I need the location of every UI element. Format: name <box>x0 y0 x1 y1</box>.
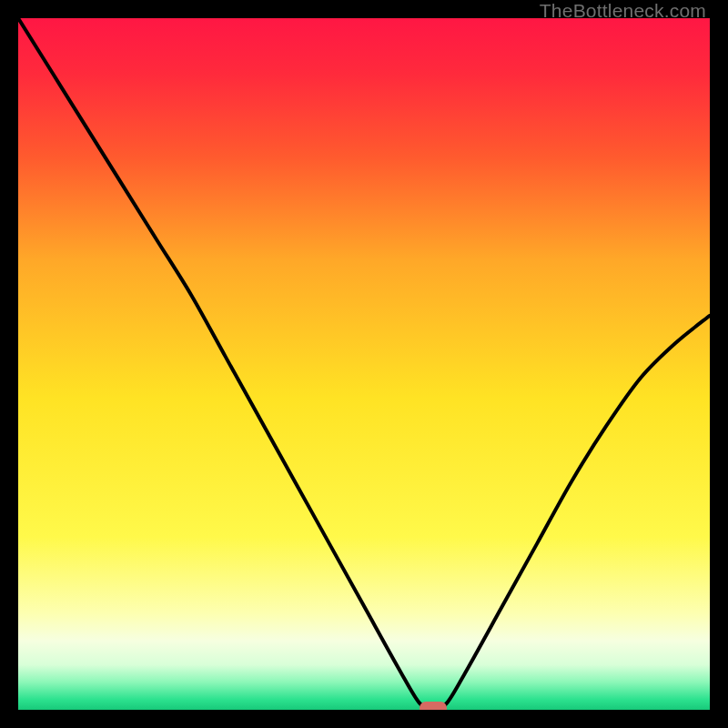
chart-plot-area <box>18 18 710 710</box>
watermark-text: TheBottleneck.com <box>540 0 706 22</box>
bottleneck-chart <box>18 18 710 710</box>
optimal-point-marker <box>420 702 447 710</box>
